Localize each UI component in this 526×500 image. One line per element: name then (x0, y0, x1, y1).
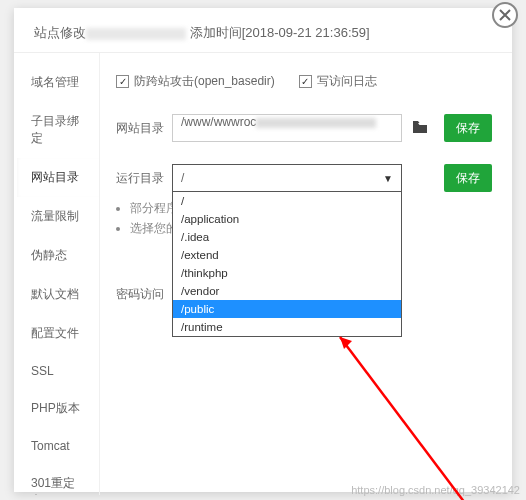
save-run-dir-button[interactable]: 保存 (444, 164, 492, 192)
dropdown-option[interactable]: / (173, 192, 401, 210)
sidebar-item-301[interactable]: 301重定向 (14, 464, 99, 495)
dropdown-option[interactable]: /vendor (173, 282, 401, 300)
checkbox-icon (299, 75, 312, 88)
sidebar-item-config[interactable]: 配置文件 (14, 314, 99, 353)
checkbox-open-basedir[interactable]: 防跨站攻击(open_basedir) (116, 73, 275, 90)
dropdown-option-public[interactable]: /public (173, 300, 401, 318)
run-dir-dropdown: / /application /.idea /extend /thinkphp … (172, 192, 402, 337)
dropdown-option[interactable]: /.idea (173, 228, 401, 246)
checkbox-access-log[interactable]: 写访问日志 (299, 73, 377, 90)
sidebar-item-tomcat[interactable]: Tomcat (14, 428, 99, 464)
sidebar-item-domain[interactable]: 域名管理 (14, 63, 99, 102)
sidebar-item-ssl[interactable]: SSL (14, 353, 99, 389)
svg-marker-1 (340, 337, 352, 349)
save-site-dir-button[interactable]: 保存 (444, 114, 492, 142)
checkbox-icon (116, 75, 129, 88)
password-access-label: 密码访问 (116, 286, 172, 303)
sidebar-item-defaultdoc[interactable]: 默认文档 (14, 275, 99, 314)
sidebar-item-php[interactable]: PHP版本 (14, 389, 99, 428)
chevron-down-icon: ▼ (383, 173, 393, 184)
dropdown-option[interactable]: /thinkphp (173, 264, 401, 282)
run-dir-select[interactable]: / ▼ (172, 164, 402, 192)
site-dir-input[interactable]: /www/wwwroc (172, 114, 402, 142)
run-dir-label: 运行目录 (116, 170, 172, 187)
sidebar-item-subdir[interactable]: 子目录绑定 (14, 102, 99, 158)
svg-line-0 (340, 337, 480, 500)
modal-title: 站点修改 添加时间[2018-09-21 21:36:59] (14, 8, 512, 53)
sidebar: 域名管理 子目录绑定 网站目录 流量限制 伪静态 默认文档 配置文件 SSL P… (14, 53, 100, 495)
sidebar-item-traffic[interactable]: 流量限制 (14, 197, 99, 236)
watermark: https://blog.csdn.net/qq_39342142 (351, 484, 520, 496)
sidebar-item-rewrite[interactable]: 伪静态 (14, 236, 99, 275)
annotation-arrow (330, 333, 510, 500)
close-button[interactable] (492, 2, 518, 28)
sidebar-item-sitedir[interactable]: 网站目录 (14, 158, 99, 197)
dropdown-option[interactable]: /extend (173, 246, 401, 264)
dropdown-option[interactable]: /application (173, 210, 401, 228)
folder-icon[interactable] (412, 120, 428, 137)
site-dir-label: 网站目录 (116, 120, 172, 137)
dropdown-option[interactable]: /runtime (173, 318, 401, 336)
